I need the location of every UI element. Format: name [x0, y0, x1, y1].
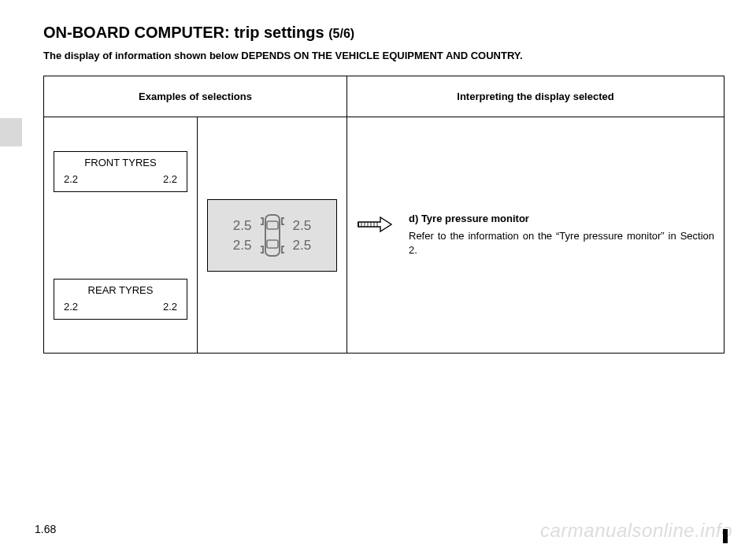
graphic-rl-value: 2.5: [233, 239, 252, 252]
svg-rect-2: [267, 240, 278, 248]
rear-left-value: 2.2: [64, 301, 78, 313]
dependency-note: The display of information shown below D…: [43, 50, 724, 61]
title-main: ON-BOARD COMPUTER: trip settings: [43, 24, 328, 41]
tyre-pressure-graphic: 2.5 2.5: [207, 199, 337, 272]
cell-interpretation: d) Tyre pressure monitor Refer to the in…: [347, 117, 724, 354]
crop-mark-icon: [723, 529, 728, 543]
title-sub: (5/6): [328, 27, 354, 40]
header-examples: Examples of selections: [44, 76, 347, 117]
svg-rect-1: [267, 221, 278, 229]
interp-body: Refer to the information on the “Tyre pr…: [409, 229, 714, 257]
table-row: FRONT TYRES 2.2 2.2 REAR TYRES 2.2 2.2: [44, 117, 724, 354]
cell-car-graphic: 2.5 2.5: [198, 117, 347, 354]
front-tyres-display: FRONT TYRES 2.2 2.2: [54, 151, 187, 192]
header-interpreting: Interpreting the display selected: [347, 76, 724, 117]
page-title: ON-BOARD COMPUTER: trip settings (5/6): [43, 24, 724, 42]
page-content: ON-BOARD COMPUTER: trip settings (5/6) T…: [0, 0, 756, 354]
rear-tyres-label: REAR TYRES: [57, 284, 183, 296]
rear-right-value: 2.2: [163, 301, 177, 313]
page-number: 1.68: [35, 523, 56, 535]
graphic-fl-value: 2.5: [233, 219, 252, 232]
arrow-right-icon: [357, 214, 393, 235]
settings-table: Examples of selections Interpreting the …: [43, 76, 724, 354]
interp-heading: d) Tyre pressure monitor: [409, 213, 714, 224]
rear-tyres-display: REAR TYRES 2.2 2.2: [54, 279, 187, 320]
cell-tyre-readouts: FRONT TYRES 2.2 2.2 REAR TYRES 2.2 2.2: [44, 117, 198, 354]
graphic-rr-value: 2.5: [293, 239, 312, 252]
side-tab: [0, 118, 22, 146]
car-top-view-icon: [257, 210, 288, 261]
front-right-value: 2.2: [163, 173, 177, 185]
graphic-fr-value: 2.5: [293, 219, 312, 232]
front-tyres-label: FRONT TYRES: [57, 157, 183, 168]
watermark: carmanualsonline.info: [540, 520, 732, 542]
front-left-value: 2.2: [64, 173, 78, 185]
